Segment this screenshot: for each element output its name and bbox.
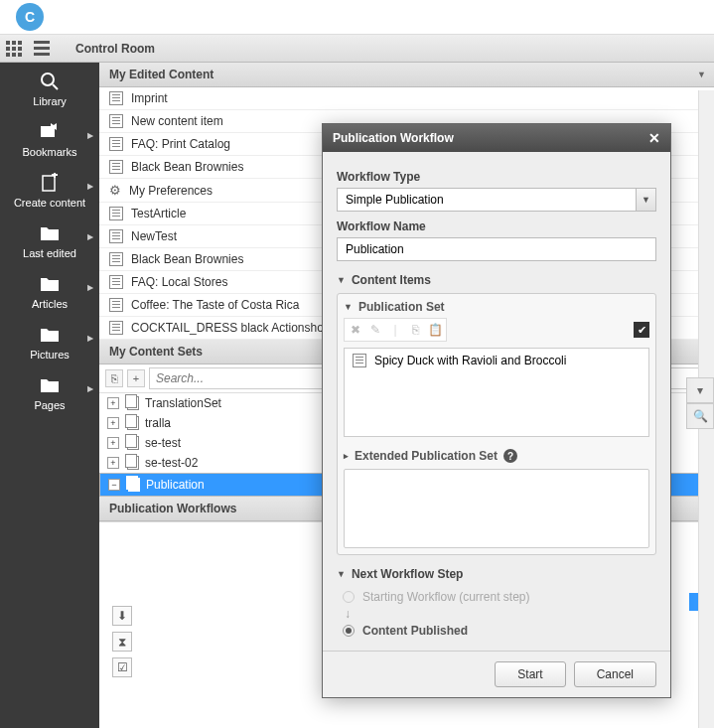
chevron-right-icon: ▶ (87, 232, 93, 241)
dialog-title: Publication Workflow (333, 131, 454, 145)
sidebar-item-label: Last edited (23, 247, 76, 259)
group-label: Content Items (352, 273, 431, 287)
step-starting-row: Starting Workflow (current step) (337, 587, 656, 607)
section-title: My Content Sets (109, 345, 203, 359)
radio-button[interactable] (343, 625, 355, 637)
sidebar-item-pages[interactable]: Pages ▶ (0, 374, 99, 411)
workflow-type-label: Workflow Type (337, 170, 656, 184)
svg-point-0 (42, 73, 54, 85)
triangle-down-icon: ▼ (337, 569, 346, 579)
item-label: TestArticle (131, 207, 186, 220)
apps-grid-button[interactable] (0, 35, 28, 63)
edit-button[interactable]: ✎ (366, 321, 384, 339)
create-icon (39, 172, 61, 194)
preferences-icon: ⚙ (109, 183, 121, 198)
expand-button[interactable]: + (107, 457, 119, 469)
pubset-label: Publication Set (358, 300, 445, 314)
add-button[interactable]: + (127, 369, 145, 387)
next-step-header[interactable]: ▼Next Workflow Step (337, 567, 656, 581)
step-published-row[interactable]: Content Published (337, 621, 656, 641)
close-icon[interactable]: ✕ (648, 130, 660, 146)
sidebar-item-bookmarks[interactable]: Bookmarks ▶ (0, 121, 99, 158)
content-items-header[interactable]: ▼Content Items (337, 273, 656, 287)
item-label: Black Bean Brownies (131, 252, 243, 266)
chevron-down-button[interactable]: ▾ (686, 377, 714, 403)
sidebar-item-last-edited[interactable]: Last edited ▶ (0, 222, 99, 259)
item-label: COCKTAIL_DRESS black Actionshot (131, 321, 327, 335)
bookmark-icon (39, 121, 61, 143)
document-icon (109, 252, 123, 266)
radio-button (343, 591, 355, 603)
item-label: My Preferences (129, 184, 213, 198)
check-button[interactable]: ☑ (112, 657, 132, 677)
dropdown-button[interactable]: ▼ (637, 188, 656, 212)
paste-button[interactable]: 📋 (426, 321, 444, 339)
right-toolbar: ▾ 🔍 (686, 377, 714, 429)
ext-pubset-list[interactable] (344, 469, 649, 548)
section-header-edited[interactable]: My Edited Content ▼ (99, 63, 714, 87)
item-label: FAQ: Local Stores (131, 275, 227, 289)
step-label: Content Published (362, 624, 468, 638)
set-icon (126, 478, 140, 492)
list-item[interactable]: Spicy Duck with Ravioli and Broccoli (345, 349, 648, 372)
ext-pubset-label: Extended Publication Set (355, 449, 498, 463)
group-label: Next Workflow Step (352, 567, 463, 581)
document-icon (109, 137, 123, 151)
item-label: Imprint (131, 91, 168, 105)
section-title: My Edited Content (109, 68, 214, 81)
folder-icon (39, 273, 61, 295)
sidebar-item-label: Create content (14, 197, 85, 209)
sidebar-item-label: Pictures (30, 349, 70, 361)
search-icon (39, 71, 61, 92)
sidebar-item-pictures[interactable]: Pictures ▶ (0, 324, 99, 361)
expand-button[interactable]: + (107, 417, 119, 429)
remove-button[interactable]: ✖ (347, 321, 364, 339)
tree-label: tralla (145, 416, 171, 430)
set-icon (125, 416, 139, 430)
sidebar-item-label: Pages (34, 399, 65, 411)
folder-icon (39, 324, 61, 346)
document-icon (109, 275, 123, 289)
search-button[interactable]: 🔍 (686, 403, 714, 429)
download-button[interactable]: ⬇ (112, 606, 132, 626)
pubset-list: Spicy Duck with Ravioli and Broccoli (344, 348, 649, 437)
copy-button[interactable]: ⎘ (406, 321, 424, 339)
expand-button[interactable]: + (107, 437, 119, 449)
cancel-button[interactable]: Cancel (574, 661, 656, 687)
workflow-type-select[interactable]: Simple Publication (337, 188, 637, 212)
workflow-name-input[interactable] (337, 237, 656, 261)
sidebar-item-library[interactable]: Library (0, 71, 99, 107)
chevron-right-icon: ▶ (87, 131, 93, 140)
header-bar: Control Room (0, 35, 714, 63)
chevron-right-icon: ▶ (87, 182, 93, 191)
hourglass-button[interactable]: ⧗ (112, 632, 132, 652)
folder-icon (39, 222, 61, 244)
document-icon (109, 207, 123, 220)
dialog-body: Workflow Type Simple Publication ▼ Workf… (323, 152, 670, 651)
chevron-right-icon: ▶ (87, 283, 93, 292)
document-icon (109, 321, 123, 335)
item-label: New content item (131, 114, 223, 128)
help-icon[interactable]: ? (503, 449, 517, 463)
sidebar-item-create-content[interactable]: Create content ▶ (0, 172, 99, 209)
expand-button[interactable]: + (107, 397, 119, 409)
list-item[interactable]: Imprint (99, 87, 714, 110)
copy-button[interactable]: ⎘ (105, 369, 123, 387)
tree-label: se-test (145, 436, 181, 450)
triangle-right-icon: ▸ (344, 451, 349, 461)
set-icon (125, 436, 139, 450)
workflow-name-label: Workflow Name (337, 219, 656, 233)
collapse-button[interactable]: − (108, 479, 120, 491)
triangle-down-icon: ▼ (344, 302, 353, 312)
check-badge[interactable]: ✔ (634, 322, 649, 338)
start-button[interactable]: Start (495, 661, 565, 687)
menu-toggle-button[interactable] (28, 35, 56, 63)
section-title: Publication Workflows (109, 502, 236, 515)
sidebar-item-articles[interactable]: Articles ▶ (0, 273, 99, 310)
document-icon (109, 298, 123, 312)
dialog-titlebar[interactable]: Publication Workflow ✕ (323, 124, 670, 152)
app-logo: C (16, 3, 44, 31)
pubset-toolbar: ✖ ✎ | ⎘ 📋 (344, 318, 447, 342)
action-column: ⬇ ⧗ ☑ (112, 606, 132, 677)
svg-rect-2 (43, 176, 55, 191)
